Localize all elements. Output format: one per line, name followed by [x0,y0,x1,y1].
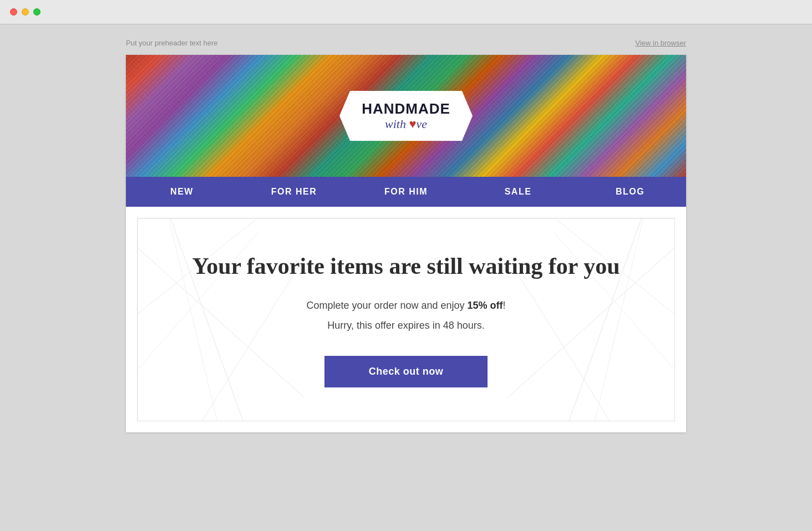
email-client-area: Put your preheader text here View in bro… [0,24,812,531]
subtext-line1-post: ! [503,300,506,311]
logo-heart-icon: ♥ [409,116,416,130]
main-heading: Your favorite items are still waiting fo… [182,252,630,281]
logo-subtitle-post: ve [416,116,427,130]
close-button[interactable] [10,8,17,16]
minimize-button[interactable] [22,8,29,16]
email-container: HANDMADE with ♥ve NEW FOR HER FOR HIM SA… [126,55,686,432]
nav-item-for-her[interactable]: FOR HER [238,177,350,207]
logo-subtitle: with ♥ve [362,116,450,131]
window-titlebar [0,0,812,24]
nav-item-blog[interactable]: BLOG [574,177,686,207]
nav-item-sale[interactable]: SALE [462,177,574,207]
subtext-line1: Complete your order now and enjoy 15% of… [182,298,630,314]
preheader-text: Put your preheader text here [126,39,218,47]
logo-title: HANDMADE [362,101,450,117]
logo-badge: HANDMADE with ♥ve [339,91,473,141]
subtext-line2: Hurry, this offer expires in 48 hours. [182,318,630,334]
card-content: Your favorite items are still waiting fo… [182,252,630,387]
content-card: Your favorite items are still waiting fo… [137,218,675,421]
checkout-button[interactable]: Check out now [324,356,488,387]
navigation-bar: NEW FOR HER FOR HIM SALE BLOG [126,177,686,207]
subtext-discount: 15% off [468,300,503,311]
hero-header: HANDMADE with ♥ve [126,55,686,177]
preheader-bar: Put your preheader text here View in bro… [126,35,686,55]
logo-subtitle-pre: with [385,116,409,130]
nav-item-new[interactable]: NEW [126,177,238,207]
subtext-line1-pre: Complete your order now and enjoy [306,300,467,311]
nav-item-for-him[interactable]: FOR HIM [350,177,462,207]
view-in-browser-link[interactable]: View in browser [635,39,686,47]
maximize-button[interactable] [33,8,40,16]
